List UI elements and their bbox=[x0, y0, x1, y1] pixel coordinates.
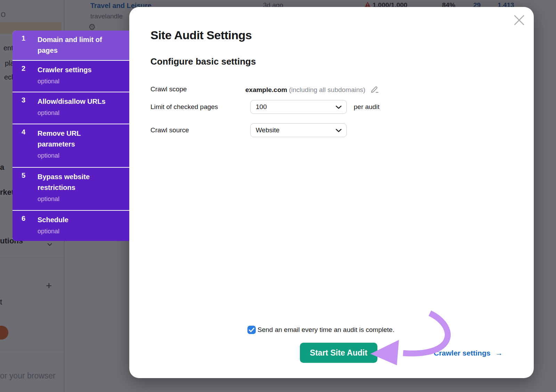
step-number: 6 bbox=[22, 215, 25, 223]
step-title: Crawler settings bbox=[38, 65, 112, 75]
step-title: Domain and limit of pages bbox=[38, 34, 112, 56]
step-schedule[interactable]: 6 Schedule optional bbox=[13, 211, 129, 241]
step-number: 4 bbox=[22, 128, 25, 136]
step-optional-label: optional bbox=[38, 151, 112, 160]
limit-of-checked-pages-label: Limit of checked pages bbox=[150, 100, 218, 114]
section-heading: Configure basic settings bbox=[150, 56, 256, 67]
per-audit-label: per audit bbox=[354, 100, 379, 114]
crawl-scope-domain: example.com bbox=[245, 86, 287, 93]
email-checkbox-label: Send an email every time an audit is com… bbox=[257, 326, 394, 334]
step-number: 3 bbox=[22, 96, 25, 104]
step-number: 5 bbox=[22, 172, 25, 180]
crawl-source-selected-value: Website bbox=[256, 126, 279, 134]
start-site-audit-button[interactable]: Start Site Audit bbox=[300, 343, 377, 363]
step-bypass-website-restrictions[interactable]: 5 Bypass website restrictions optional bbox=[13, 168, 129, 210]
check-icon bbox=[247, 326, 256, 334]
step-optional-label: optional bbox=[38, 195, 112, 203]
step-optional-label: optional bbox=[38, 77, 112, 85]
step-number: 2 bbox=[22, 65, 25, 73]
modal-title: Site Audit Settings bbox=[150, 28, 252, 42]
chevron-down-icon bbox=[336, 106, 342, 109]
step-optional-label: optional bbox=[38, 227, 112, 235]
step-title: Allow/disallow URLs bbox=[38, 96, 112, 107]
limit-of-checked-pages-select[interactable]: 100 bbox=[250, 100, 347, 114]
step-title: Bypass website restrictions bbox=[38, 172, 112, 193]
crawl-source-select[interactable]: Website bbox=[250, 123, 347, 137]
step-crawler-settings[interactable]: 2 Crawler settings optional bbox=[13, 61, 129, 92]
crawl-scope-value: example.com (including all subdomains) bbox=[245, 85, 379, 96]
site-audit-settings-modal: Site Audit Settings Configure basic sett… bbox=[129, 7, 534, 378]
step-allow-disallow-urls[interactable]: 3 Allow/disallow URLs optional bbox=[13, 92, 129, 124]
page: o ent plat ecke a rket utions + t or you… bbox=[0, 0, 556, 392]
crawl-source-label: Crawl source bbox=[150, 123, 189, 137]
crawler-settings-link[interactable]: Crawler settings→ bbox=[434, 346, 502, 360]
limit-selected-value: 100 bbox=[256, 103, 267, 110]
step-number: 1 bbox=[22, 34, 25, 42]
close-icon[interactable] bbox=[513, 14, 525, 26]
step-title: Remove URL parameters bbox=[38, 128, 112, 150]
email-checkbox[interactable] bbox=[247, 326, 256, 334]
step-optional-label: optional bbox=[38, 109, 112, 117]
arrow-right-icon: → bbox=[495, 349, 502, 357]
chevron-down-icon bbox=[336, 129, 342, 132]
edit-icon[interactable] bbox=[370, 85, 379, 96]
step-title: Schedule bbox=[38, 215, 112, 225]
crawl-scope-label: Crawl scope bbox=[150, 85, 187, 94]
step-domain-and-limit[interactable]: 1 Domain and limit of pages bbox=[13, 31, 129, 60]
crawl-scope-note-text: (including all subdomains) bbox=[289, 86, 366, 93]
step-remove-url-parameters[interactable]: 4 Remove URL parameters optional bbox=[13, 124, 129, 167]
crawler-settings-link-label: Crawler settings bbox=[434, 349, 490, 357]
wizard-steps: 1 Domain and limit of pages 2 Crawler se… bbox=[13, 31, 129, 241]
